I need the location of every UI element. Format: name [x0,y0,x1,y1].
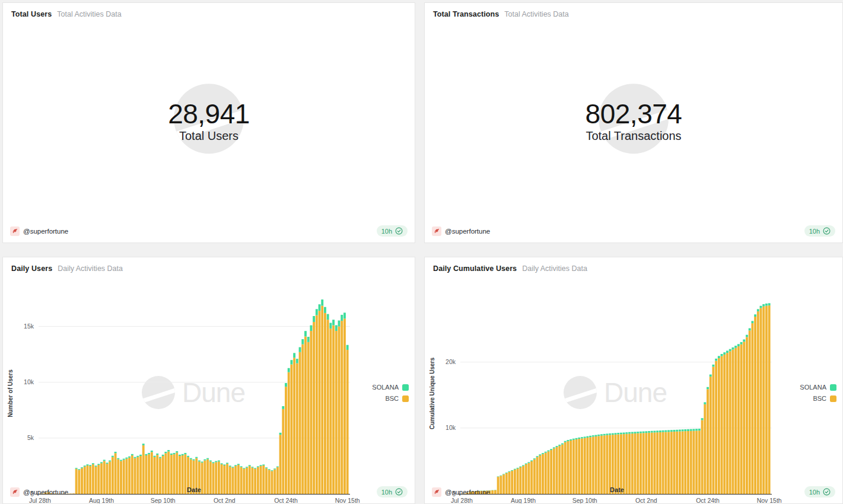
panel-header: Total Transactions Total Activities Data [425,3,842,22]
total-transactions-label: Total Transactions [586,129,682,143]
refresh-age-badge[interactable]: 10h [377,225,408,237]
legend-label: SOLANA [800,384,826,391]
panel-footer: @superfortune 10h [425,481,842,503]
legend-item-solana[interactable]: SOLANA [800,384,836,391]
counter: 28,941 Total Users [168,100,250,143]
panel-subtitle: Daily Activities Data [522,264,587,273]
legend-label: BSC [385,395,399,402]
svg-text:10k: 10k [24,378,34,385]
author-link[interactable]: @superfortune [10,227,68,236]
total-users-label: Total Users [168,129,250,143]
legend-swatch-icon [402,384,409,391]
total-users-value: 28,941 [168,100,250,128]
chart-legend: SOLANABSC [800,384,836,402]
chart-body: Dune 010k20kJul 28thAug 19thSep 10thOct … [425,276,842,481]
author-handle: @superfortune [445,489,490,496]
author-avatar-icon [432,487,441,497]
svg-text:10k: 10k [446,424,456,431]
panel-title: Total Users [11,10,52,18]
author-handle: @superfortune [23,489,68,496]
svg-text:Cumulative Unique Users: Cumulative Unique Users [429,357,435,429]
legend-swatch-icon [830,384,836,391]
refresh-age-text: 10h [381,228,392,235]
panel-subtitle: Daily Activities Data [58,264,123,273]
author-avatar-icon [432,227,441,236]
panel-daily-cumulative-users: Daily Cumulative Users Daily Activities … [424,257,843,504]
counter-wrap: 802,374 Total Transactions [425,22,842,221]
panel-title: Daily Cumulative Users [433,264,517,273]
refresh-age-text: 10h [809,489,820,496]
total-transactions-value: 802,374 [586,100,682,128]
author-link[interactable]: @superfortune [432,487,490,497]
svg-text:5k: 5k [27,434,34,441]
counter-body: 28,941 Total Users [3,22,415,221]
refresh-age-badge[interactable]: 10h [377,486,408,497]
panel-daily-users: Daily Users Daily Activities Data Dune 0… [2,257,415,504]
author-avatar-icon [10,487,20,497]
legend-item-bsc[interactable]: BSC [813,395,836,402]
panel-title: Total Transactions [433,10,499,18]
refresh-age-text: 10h [809,228,820,235]
refresh-age-text: 10h [381,489,392,496]
chart-body: Dune 05k10k15kJul 28thAug 19thSep 10thOc… [3,276,415,481]
counter-wrap: 28,941 Total Users [3,22,415,221]
author-handle: @superfortune [23,228,68,235]
panel-subtitle: Total Activities Data [57,10,121,18]
panel-header: Daily Users Daily Activities Data [3,257,415,276]
legend-label: BSC [813,395,826,402]
counter: 802,374 Total Transactions [586,100,682,143]
bsc-bars [460,305,770,494]
panel-total-transactions: Total Transactions Total Activities Data… [424,2,843,243]
dashboard-grid: Total Users Total Activities Data 28,941… [0,0,843,504]
panel-header: Daily Cumulative Users Daily Activities … [425,257,842,276]
legend-swatch-icon [830,395,836,402]
check-circle-icon [395,488,403,496]
check-circle-icon [823,227,831,235]
check-circle-icon [395,227,403,235]
legend-swatch-icon [402,395,409,402]
refresh-age-badge[interactable]: 10h [804,486,835,497]
svg-text:Number of Users: Number of Users [7,369,14,417]
counter-body: 802,374 Total Transactions [425,22,842,221]
chart-legend: SOLANABSC [372,384,409,402]
panel-title: Daily Users [11,264,52,273]
author-link[interactable]: @superfortune [432,227,490,236]
daily-cumulative-users-chart: 010k20kJul 28thAug 19thSep 10thOct 2ndOc… [425,276,840,504]
legend-item-bsc[interactable]: BSC [385,395,409,402]
panel-footer: @superfortune 10h [3,221,415,243]
svg-text:20k: 20k [446,358,456,365]
author-link[interactable]: @superfortune [10,487,68,497]
panel-subtitle: Total Activities Data [504,10,568,18]
legend-item-solana[interactable]: SOLANA [372,384,409,391]
panel-total-users: Total Users Total Activities Data 28,941… [2,2,415,243]
author-avatar-icon [10,227,20,236]
panel-header: Total Users Total Activities Data [3,3,415,22]
legend-label: SOLANA [372,384,399,391]
refresh-age-badge[interactable]: 10h [804,225,835,237]
panel-footer: @superfortune 10h [3,481,415,503]
author-handle: @superfortune [445,228,490,235]
svg-text:15k: 15k [24,323,34,330]
daily-users-chart: 05k10k15kJul 28thAug 19thSep 10thOct 2nd… [3,276,415,504]
panel-footer: @superfortune 10h [425,221,842,243]
check-circle-icon [823,488,831,496]
